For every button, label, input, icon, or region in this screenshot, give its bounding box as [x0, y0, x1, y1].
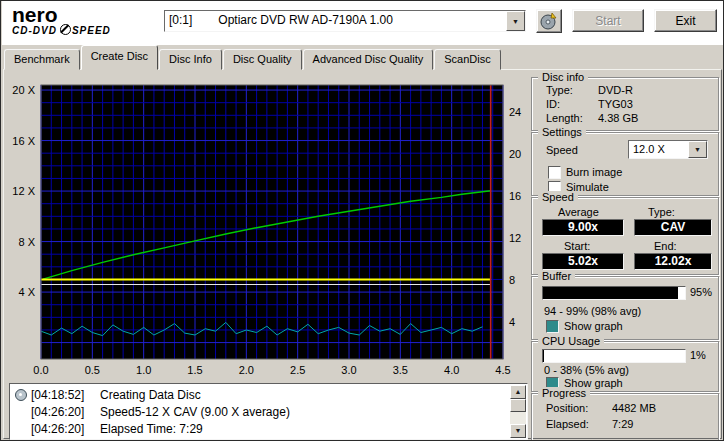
- buffer-show-graph-checkbox[interactable]: [546, 320, 559, 333]
- elapsed-value: 7:29: [612, 418, 633, 431]
- start-speed-display: 5.02x: [542, 253, 624, 270]
- burn-image-label: Burn image: [566, 166, 622, 179]
- write-disc-button[interactable]: [536, 9, 562, 33]
- svg-text:8 X: 8 X: [18, 236, 35, 248]
- svg-text:4.5: 4.5: [495, 364, 510, 376]
- disc-length-label: Length:: [546, 112, 583, 125]
- log-entry[interactable]: [04:26:20] Speed5-12 X CAV (9.00 X avera…: [12, 404, 509, 420]
- average-speed-display: 9.00x: [542, 219, 624, 236]
- svg-text:0.5: 0.5: [85, 364, 100, 376]
- tab-advanced-disc-quality[interactable]: Advanced Disc Quality: [303, 49, 434, 70]
- log-text: Creating Data Disc: [100, 388, 201, 402]
- drive-selector-text: [0:1]Optiarc DVD RW AD-7190A 1.00: [165, 11, 506, 31]
- end-speed-label: End:: [654, 240, 677, 253]
- tab-disc-quality[interactable]: Disc Quality: [223, 49, 302, 70]
- average-label: Average: [558, 206, 599, 219]
- svg-text:4.0: 4.0: [444, 364, 459, 376]
- disc-length-value: 4.38 GB: [598, 112, 638, 125]
- speed-type-display: CAV: [634, 219, 712, 236]
- svg-text:1.5: 1.5: [187, 364, 202, 376]
- svg-text:3.0: 3.0: [341, 364, 356, 376]
- log-entry[interactable]: [04:26:20] Elapsed Time: 7:29: [12, 421, 509, 437]
- svg-text:12 X: 12 X: [12, 185, 35, 197]
- svg-text:20: 20: [509, 148, 521, 160]
- title-bar: nero CD-DVDSPEED [0:1]Optiarc DVD RW AD-…: [2, 1, 723, 45]
- cpu-progress-bar: [542, 349, 686, 363]
- start-button[interactable]: Start: [572, 9, 644, 32]
- disc-info-group: Disc info Type: DVD-R ID: TYG03 Length: …: [531, 77, 719, 131]
- disc-type-value: DVD-R: [598, 84, 633, 97]
- log-entry[interactable]: [04:18:52] Creating Data Disc: [12, 387, 509, 403]
- burn-disc-icon: [540, 12, 558, 30]
- disc-id-value: TYG03: [598, 98, 633, 111]
- drive-selector[interactable]: [0:1]Optiarc DVD RW AD-7190A 1.00 ▼: [164, 10, 526, 32]
- svg-text:16 X: 16 X: [12, 135, 35, 147]
- buffer-show-graph-label: Show graph: [564, 320, 623, 333]
- progress-group: Progress Position: 4482 MB Elapsed: 7:29: [531, 393, 719, 441]
- svg-text:12: 12: [509, 232, 521, 244]
- progress-title: Progress: [538, 387, 590, 400]
- scroll-up-button[interactable]: ▲: [510, 385, 526, 399]
- position-value: 4482 MB: [612, 402, 656, 415]
- svg-text:16: 16: [509, 190, 521, 202]
- svg-text:0.0: 0.0: [33, 364, 48, 376]
- log-scrollbar[interactable]: ▲ ▼: [510, 385, 526, 438]
- log-text: Speed5-12 X CAV (9.00 X average): [100, 405, 290, 419]
- speed-select-value: 12.0 X: [629, 141, 688, 158]
- settings-title: Settings: [538, 126, 586, 139]
- tab-scandisc[interactable]: ScanDisc: [434, 49, 500, 70]
- svg-text:1.0: 1.0: [136, 364, 151, 376]
- settings-group: Settings Speed 12.0 X ▼ Burn image Simul…: [531, 132, 719, 196]
- tab-disc-info[interactable]: Disc Info: [159, 49, 222, 70]
- buffer-progress-fill: [543, 287, 678, 299]
- drive-name: Optiarc DVD RW AD-7190A 1.00: [218, 13, 393, 27]
- speed-dropdown-arrow-icon[interactable]: ▼: [688, 141, 707, 158]
- buffer-group: Buffer 95% 94 - 99% (98% avg) Show graph: [531, 276, 719, 340]
- cpu-usage-title: CPU Usage: [538, 335, 604, 348]
- disc-logo-icon: [60, 24, 71, 35]
- log-time: [04:18:52]: [31, 388, 84, 402]
- disc-type-label: Type:: [546, 84, 573, 97]
- cpu-range-text: 0 - 38% (5% avg): [544, 364, 629, 377]
- buffer-range-text: 94 - 99% (98% avg): [544, 305, 641, 318]
- elapsed-label: Elapsed:: [546, 418, 589, 431]
- svg-text:20 X: 20 X: [12, 84, 35, 96]
- svg-text:2.5: 2.5: [290, 364, 305, 376]
- drive-id: [0:1]: [169, 13, 192, 27]
- logo-sub-cd-dvd: CD-DVD: [12, 25, 57, 36]
- log-text: Elapsed Time: 7:29: [100, 422, 203, 436]
- position-label: Position:: [546, 402, 588, 415]
- speed-chart: 20 X16 X12 X8 X4 X24201612840.00.51.01.5…: [7, 81, 531, 381]
- end-speed-display: 12.02x: [634, 253, 712, 270]
- speed-select[interactable]: 12.0 X ▼: [628, 140, 708, 159]
- speed-label: Speed: [546, 144, 578, 157]
- nero-logo: nero CD-DVDSPEED: [12, 4, 111, 36]
- cpu-percent: 1%: [690, 349, 706, 362]
- disc-icon: [15, 389, 27, 401]
- speed-group-title: Speed: [538, 191, 578, 204]
- svg-text:4: 4: [509, 316, 515, 328]
- cpu-usage-group: CPU Usage 1% 0 - 38% (5% avg) Show graph: [531, 341, 719, 392]
- scroll-thumb[interactable]: [510, 399, 526, 412]
- nero-logo-text: nero: [12, 4, 111, 25]
- tab-bar: Benchmark Create Disc Disc Info Disc Qua…: [4, 47, 502, 70]
- logo-sub-speed: SPEED: [72, 25, 111, 36]
- start-speed-label: Start:: [564, 240, 590, 253]
- log-time: [04:26:20]: [31, 422, 84, 436]
- nero-logo-subtitle: CD-DVDSPEED: [12, 24, 111, 36]
- disc-id-label: ID:: [546, 98, 560, 111]
- exit-button[interactable]: Exit: [654, 9, 717, 32]
- burn-image-checkbox[interactable]: [548, 166, 561, 179]
- dropdown-arrow-icon[interactable]: ▼: [506, 11, 525, 31]
- tab-create-disc[interactable]: Create Disc: [81, 45, 158, 70]
- scroll-down-button[interactable]: ▼: [510, 424, 526, 438]
- svg-text:24: 24: [509, 106, 521, 118]
- buffer-percent: 95%: [690, 286, 712, 299]
- svg-text:8: 8: [509, 274, 515, 286]
- buffer-title: Buffer: [538, 270, 575, 283]
- svg-text:2.0: 2.0: [239, 364, 254, 376]
- svg-text:4 X: 4 X: [18, 286, 35, 298]
- log-panel: [04:18:52] Creating Data Disc [04:26:20]…: [9, 383, 528, 440]
- tab-benchmark[interactable]: Benchmark: [4, 49, 80, 70]
- app-window: nero CD-DVDSPEED [0:1]Optiarc DVD RW AD-…: [0, 0, 724, 441]
